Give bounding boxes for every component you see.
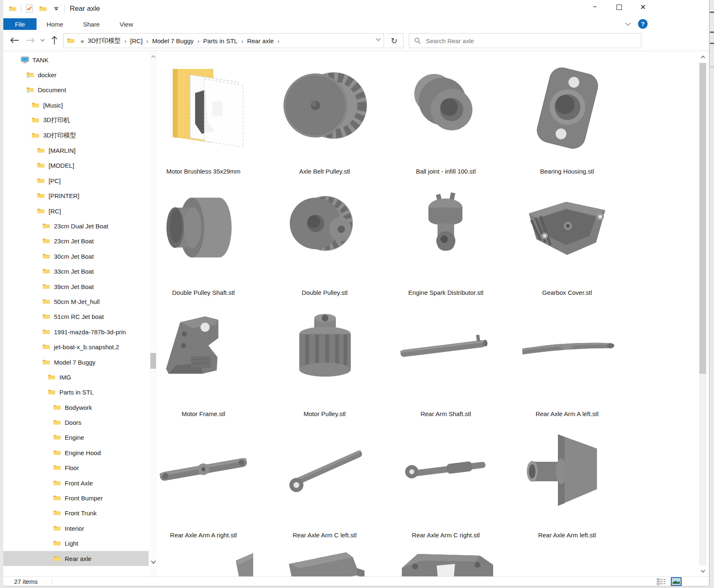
breadcrumb-chevron-icon[interactable]: › (122, 37, 130, 44)
tree-item-tank[interactable]: TANK (3, 52, 149, 67)
tab-home[interactable]: Home (37, 18, 73, 30)
refresh-button[interactable]: ↻ (385, 33, 403, 48)
content-scrollbar[interactable] (699, 51, 707, 576)
folder-icon (42, 343, 51, 350)
details-view-button[interactable] (656, 577, 667, 586)
thumbnail-view-button[interactable] (671, 577, 682, 586)
tree-item-pc[interactable]: [PC] (3, 173, 149, 188)
file-rear-axle-arm-c-right-stl[interactable]: Rear Axle Arm C right.stl (385, 419, 506, 540)
properties-check-icon[interactable] (24, 4, 34, 14)
breadcrumb-segment-3d打印模型[interactable]: 3D打印模型 (87, 37, 121, 45)
tree-item-light[interactable]: Light (3, 536, 149, 551)
file-double-pulley-stl[interactable]: Double Pulley.stl (264, 176, 385, 297)
tree-item-doors[interactable]: Doors (3, 415, 149, 430)
breadcrumb-segment-parts-in-stl[interactable]: Parts in STL (203, 37, 239, 44)
tree-item-music[interactable]: [Music] (3, 98, 149, 113)
file-rear-axle-arm-a-left-stl[interactable]: Rear Axle Arm A left.stl (506, 297, 628, 419)
scroll-up-icon[interactable] (699, 51, 707, 62)
tree-item-jet-boat-x-b-snapshot-2[interactable]: jet-boat-x_b.snapshot.2 (3, 339, 149, 354)
tree-item-51cm-rc-jet-boat[interactable]: 51cm RC Jet boat (3, 309, 149, 324)
folder-icon[interactable] (38, 4, 48, 14)
breadcrumb-segment-rear-axle[interactable]: Rear axle (246, 37, 274, 44)
ribbon-collapse-chevron-icon[interactable] (625, 22, 631, 26)
tree-item-img[interactable]: IMG (3, 370, 149, 385)
qat-dropdown-icon[interactable] (51, 4, 61, 14)
breadcrumb-segment-model-7-buggy[interactable]: Model 7 Buggy (152, 37, 195, 44)
tree-item-parts-in-stl[interactable]: Parts in STL (3, 385, 149, 400)
tree-item-3d打印机[interactable]: 3D打印机 (3, 113, 149, 128)
file-gearbox-cover-stl[interactable]: Gearbox Cover.stl (506, 176, 628, 297)
tree-item-floor[interactable]: Floor (3, 461, 149, 475)
tree-item-engine[interactable]: Engine (3, 430, 149, 445)
file-rear-axle-arm-c-left-stl[interactable]: Rear Axle Arm C left.stl (264, 419, 385, 540)
tree-item-rear-axle[interactable]: Rear axle (3, 551, 149, 566)
folder-icon (42, 238, 51, 245)
tree-item-50cm-m-jet-hull[interactable]: 50cm M-Jet_hull (3, 294, 149, 309)
tree-item-39cm-jet-boat[interactable]: 39cm Jet Boat (3, 279, 149, 294)
file-motor-frame-stl[interactable]: Motor Frame.stl (143, 297, 264, 419)
file-double-pulley-shaft-stl[interactable]: Double Pulley Shaft.stl (143, 176, 264, 297)
tree-item-bodywork[interactable]: Bodywork (3, 400, 149, 415)
maximize-button[interactable] (607, 0, 631, 14)
tree-item-23cm-dual-jet-boat[interactable]: 23cm Dual Jet Boat (3, 218, 149, 233)
folder-icon (37, 162, 45, 169)
file-motor-brushless-35x29mm[interactable]: Motor Brushless 35x29mm (143, 55, 264, 176)
help-button[interactable]: ? (638, 19, 648, 29)
tree-item-document[interactable]: Document (3, 83, 149, 98)
tree-item-marlin[interactable]: [MARLIN] (3, 143, 149, 158)
tree-item-label: Rear axle (65, 555, 91, 562)
file-motor-pulley-stl[interactable]: Motor Pulley.stl (264, 297, 385, 419)
file-rear-arm-shaft-stl[interactable]: Rear Arm Shaft.stl (385, 297, 506, 419)
breadcrumb-chevron-icon[interactable]: › (274, 37, 282, 44)
breadcrumb-segment-rc[interactable]: [RC] (130, 37, 144, 44)
breadcrumb-overflow[interactable]: « (78, 37, 87, 44)
tree-item-1991-mazda-787b-3d-prin[interactable]: 1991-mazda-787b-3d-prin (3, 324, 149, 339)
tree-item-label: Front Axle (65, 480, 93, 487)
forward-button[interactable] (23, 33, 37, 47)
tree-item-front-axle[interactable]: Front Axle (3, 475, 149, 490)
back-button[interactable] (7, 33, 22, 47)
file-item-partial[interactable] (143, 540, 264, 576)
search-box[interactable] (409, 33, 641, 48)
file-rear-axle-arm-a-right-stl[interactable]: Rear Axle Arm A right.stl (143, 419, 264, 540)
address-bar[interactable]: « 3D打印模型›[RC]›Model 7 Buggy›Parts in STL… (63, 33, 384, 48)
breadcrumb-chevron-icon[interactable]: › (238, 37, 246, 44)
file-engine-spark-distributor-stl[interactable]: Engine Spark Distributor.stl (385, 176, 506, 297)
tree-item-interior[interactable]: Interior (3, 521, 149, 536)
tree-item-label: 3D打印模型 (43, 132, 76, 140)
file-rear-axle-arm-left-stl[interactable]: Rear Axle Arm left.stl (506, 419, 628, 540)
tree-item-printer[interactable]: [PRINTER] (3, 189, 149, 203)
tab-share[interactable]: Share (73, 18, 110, 30)
file-item-partial[interactable] (385, 540, 506, 576)
breadcrumb-chevron-icon[interactable]: › (144, 37, 152, 44)
tree-item-model[interactable]: [MODEL] (3, 158, 149, 173)
tab-file[interactable]: File (3, 18, 37, 30)
file-item-partial[interactable] (264, 540, 385, 576)
address-dropdown-chevron-icon[interactable] (376, 38, 381, 42)
tree-item-model-7-buggy[interactable]: Model 7 Buggy (3, 355, 149, 370)
scroll-down-icon[interactable] (699, 566, 707, 576)
tree-item-30cm-jet-boat[interactable]: 30cm Jet Boat (3, 249, 149, 264)
tree-item-23cm-jet-boat[interactable]: 23cm Jet Boat (3, 234, 149, 249)
up-button[interactable] (47, 33, 61, 47)
window-controls: − ✕ (583, 0, 655, 14)
minimize-button[interactable]: − (583, 0, 607, 14)
tree-item-front-bumper[interactable]: Front Bumper (3, 490, 149, 505)
close-button[interactable]: ✕ (631, 0, 655, 14)
tree-item-rc[interactable]: [RC] (3, 203, 149, 218)
tree-item-front-trunk[interactable]: Front Trunk (3, 506, 149, 521)
folder-icon[interactable] (7, 4, 17, 14)
tree-item-docker[interactable]: docker (3, 67, 149, 82)
status-separator (52, 578, 52, 585)
scroll-thumb[interactable] (699, 63, 706, 374)
tree-item-33cm-jet-boat[interactable]: 33cm Jet Boat (3, 264, 149, 279)
file-ball-joint-infill-100-stl[interactable]: Ball joint - infill 100.stl (385, 55, 506, 176)
search-input[interactable] (425, 37, 618, 45)
file-axle-belt-pulley-stl[interactable]: Axle Belt Pulley.stl (264, 55, 385, 176)
breadcrumb-chevron-icon[interactable]: › (195, 37, 203, 44)
file-bearing-housing-stl[interactable]: Bearing Housing.stl (506, 55, 628, 176)
tree-item-3d打印模型[interactable]: 3D打印模型 (3, 128, 149, 143)
tree-item-engine-hood[interactable]: Engine Hood (3, 445, 149, 460)
tab-view[interactable]: View (110, 18, 143, 30)
recent-locations-chevron-icon[interactable] (37, 33, 47, 47)
